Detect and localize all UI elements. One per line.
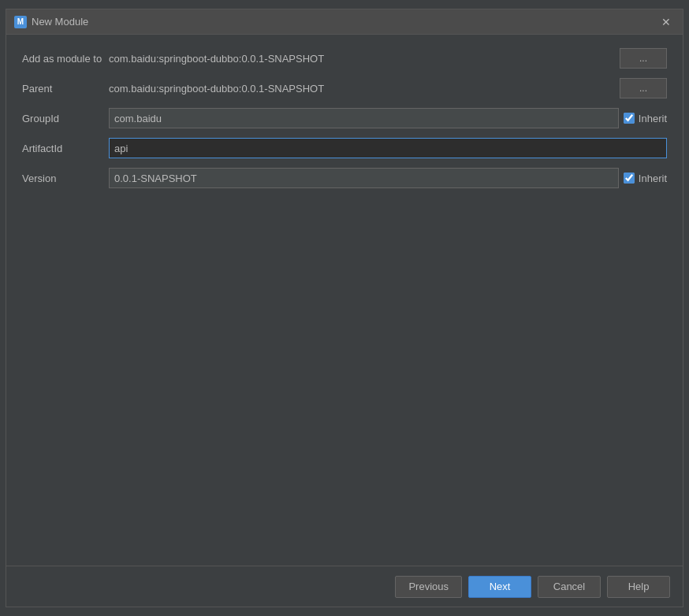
new-module-dialog: M New Module ✕ Add as module to com.baid… [6, 9, 683, 607]
groupid-inherit-label: Inherit [639, 113, 667, 124]
dialog-title: New Module [32, 16, 657, 28]
parent-value: com.baidu:springboot-dubbo:0.0.1-SNAPSHO… [109, 83, 615, 95]
parent-browse-button[interactable]: ... [620, 78, 667, 98]
version-inherit-label: Inherit [639, 173, 667, 184]
title-bar: M New Module ✕ [6, 9, 683, 35]
help-button[interactable]: Help [607, 576, 670, 598]
next-button[interactable]: Next [468, 576, 531, 598]
version-inherit-checkbox[interactable] [624, 173, 635, 184]
artifactid-input[interactable] [109, 138, 667, 158]
groupid-input[interactable] [109, 108, 619, 128]
add-as-module-row: Add as module to com.baidu:springboot-du… [22, 47, 667, 69]
parent-label: Parent [22, 83, 109, 95]
cancel-button[interactable]: Cancel [538, 576, 601, 598]
version-input[interactable] [109, 168, 619, 188]
groupid-label: GroupId [22, 113, 109, 124]
version-inherit-group: Inherit [624, 173, 667, 184]
previous-button[interactable]: Previous [395, 576, 462, 598]
parent-row: Parent com.baidu:springboot-dubbo:0.0.1-… [22, 77, 667, 99]
artifactid-label: ArtifactId [22, 143, 109, 154]
artifactid-row: ArtifactId [22, 137, 667, 159]
dialog-footer: Previous Next Cancel Help [6, 566, 683, 607]
add-as-module-value: com.baidu:springboot-dubbo:0.0.1-SNAPSHO… [109, 53, 615, 65]
version-row: Version Inherit [22, 167, 667, 189]
dialog-icon: M [14, 16, 27, 28]
groupid-inherit-group: Inherit [624, 113, 667, 124]
version-label: Version [22, 173, 109, 184]
add-as-module-browse-button[interactable]: ... [620, 48, 667, 69]
groupid-row: GroupId Inherit [22, 107, 667, 129]
groupid-inherit-checkbox[interactable] [624, 113, 635, 124]
dialog-content: Add as module to com.baidu:springboot-du… [6, 35, 683, 566]
close-button[interactable]: ✕ [657, 13, 675, 31]
add-as-module-label: Add as module to [22, 53, 109, 65]
